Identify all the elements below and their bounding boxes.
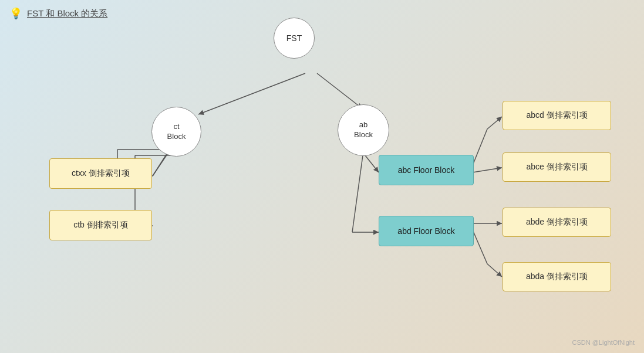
svg-line-16	[473, 129, 487, 165]
bulb-icon: 💡	[9, 7, 22, 20]
abce-index-item: abce 倒排索引项	[503, 152, 611, 182]
ab-block-node: ab Block	[338, 104, 389, 156]
svg-line-18	[473, 168, 502, 172]
svg-line-2	[317, 73, 362, 108]
ctb-index-item: ctb 倒排索引项	[49, 210, 152, 240]
svg-line-17	[487, 117, 502, 129]
header: 💡 FST 和 Block 的关系	[9, 7, 107, 20]
abde-index-item: abde 倒排索引项	[503, 208, 611, 237]
ctxx-index-item: ctxx 倒排索引项	[49, 158, 152, 189]
svg-line-21	[487, 264, 502, 277]
fst-node: FST	[274, 18, 315, 59]
abc-floor-block: abc Floor Block	[379, 155, 474, 185]
page-title: FST 和 Block 的关系	[27, 8, 107, 19]
svg-line-20	[473, 230, 487, 264]
svg-line-14	[352, 155, 363, 232]
svg-line-1	[198, 73, 305, 114]
abd-floor-block: abd Floor Block	[379, 216, 474, 246]
watermark: CSDN @LightOfNight	[572, 339, 635, 346]
ct-block-node: ct Block	[151, 107, 201, 157]
abcd-index-item: abcd 倒排索引项	[503, 101, 611, 130]
abda-index-item: abda 倒排索引项	[503, 262, 611, 291]
